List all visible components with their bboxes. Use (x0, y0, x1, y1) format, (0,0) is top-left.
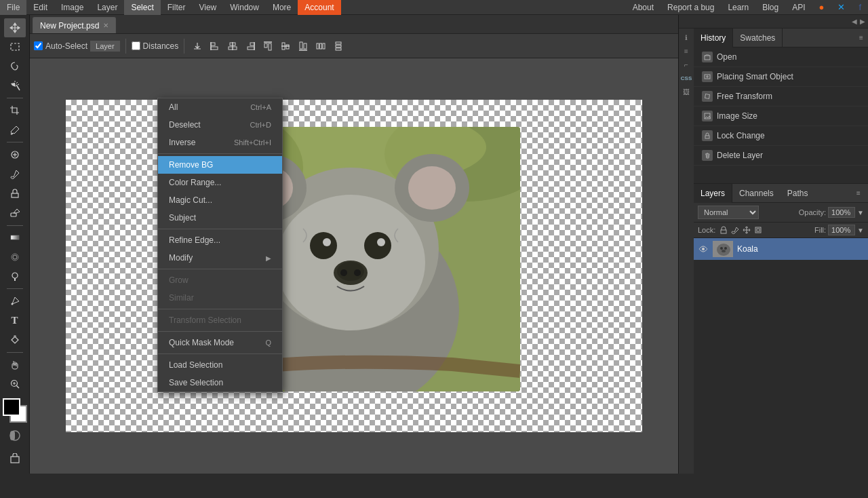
tool-text[interactable]: T (4, 311, 26, 330)
menu-color-range[interactable]: Color Range... (158, 174, 282, 191)
panel-menu-icon[interactable]: ≡ (854, 31, 868, 45)
tool-pen[interactable] (4, 292, 26, 311)
lock-brush-btn[interactable] (730, 225, 740, 235)
distribute-v-btn[interactable] (331, 39, 346, 54)
layer-dropdown[interactable]: Layer (90, 41, 120, 52)
layer-visibility-toggle[interactable] (698, 244, 709, 254)
panel-collapse-right[interactable]: ▶ (860, 18, 865, 25)
tool-crop[interactable] (4, 101, 26, 120)
tool-eraser[interactable] (4, 204, 26, 223)
file-tab-new-project[interactable]: New Project.psd ✕ (33, 17, 116, 33)
tool-extra1[interactable] (4, 448, 26, 470)
tool-eyedropper[interactable] (4, 121, 26, 140)
top-api[interactable]: API (785, 0, 812, 15)
tool-blur[interactable] (4, 248, 26, 267)
menu-image[interactable]: Image (54, 0, 90, 15)
menu-subject[interactable]: Subject (158, 209, 282, 227)
distribute-h-btn[interactable] (313, 39, 328, 54)
lock-artboard-btn[interactable] (753, 225, 763, 235)
align-left-btn[interactable] (208, 39, 222, 54)
menu-magic-cut[interactable]: Magic Cut... (158, 191, 282, 209)
layer-item-koala[interactable]: Koala (694, 238, 868, 260)
history-item-deletelayer[interactable]: Delete Layer (694, 146, 868, 166)
align-center-btn[interactable] (225, 39, 240, 54)
top-blog[interactable]: Blog (755, 0, 785, 15)
tool-path-select[interactable] (4, 330, 26, 349)
panel-css-icon[interactable]: CSS (680, 72, 692, 84)
lock-pixel-btn[interactable] (719, 225, 728, 235)
tool-healing[interactable] (4, 145, 26, 164)
layers-menu-icon[interactable]: ≡ (852, 187, 865, 200)
opacity-value[interactable]: 100% (828, 207, 855, 218)
history-item-imagesize[interactable]: Image Size (694, 107, 868, 126)
top-reddit-icon[interactable]: ● (812, 0, 831, 15)
blend-mode-select[interactable]: Normal Multiply Screen Overlay (698, 206, 759, 219)
layers-tab[interactable]: Layers (694, 184, 732, 203)
menu-select[interactable]: Select (124, 0, 160, 15)
menu-file[interactable]: File (0, 0, 26, 15)
tool-move[interactable] (4, 18, 26, 37)
top-about[interactable]: About (626, 0, 660, 15)
history-item-placing[interactable]: Placing Smart Object (694, 67, 868, 87)
channels-tab[interactable]: Channels (732, 184, 781, 203)
history-item-lockchange[interactable]: Lock Change (694, 126, 868, 146)
fill-dropdown-arrow[interactable]: ▼ (857, 227, 864, 234)
menu-layer[interactable]: Layer (90, 0, 124, 15)
svg-point-60 (310, 232, 337, 259)
menu-modify[interactable]: Modify ▶ (158, 249, 282, 267)
swatches-tab[interactable]: Swatches (733, 28, 783, 47)
foreground-color-swatch[interactable] (3, 398, 20, 416)
history-tab[interactable]: History (694, 28, 733, 47)
menu-view[interactable]: View (192, 0, 223, 15)
quick-mask-btn[interactable] (7, 428, 22, 443)
opacity-dropdown-arrow[interactable]: ▼ (857, 209, 864, 216)
align-middle-btn[interactable] (278, 39, 293, 54)
tool-lasso[interactable] (4, 57, 26, 76)
top-learn[interactable]: Learn (721, 0, 755, 15)
align-top-btn[interactable] (260, 39, 275, 54)
tool-zoom[interactable] (4, 375, 26, 394)
align-bottom-btn[interactable] (296, 39, 311, 54)
history-item-open[interactable]: Open (694, 47, 868, 67)
tool-gradient[interactable] (4, 229, 26, 248)
tool-brush[interactable] (4, 165, 26, 184)
file-tab-close-btn[interactable]: ✕ (103, 22, 108, 29)
tool-magic-wand[interactable] (4, 77, 26, 96)
menu-edit[interactable]: Edit (26, 0, 54, 15)
menu-filter[interactable]: Filter (161, 0, 193, 15)
fill-value[interactable]: 100% (828, 225, 855, 235)
tool-dodge[interactable] (4, 267, 26, 286)
top-facebook-icon[interactable]: f (852, 0, 868, 15)
history-item-transform[interactable]: Free Transform (694, 87, 868, 107)
panel-collapse-left[interactable]: ◀ (852, 18, 857, 25)
menu-more[interactable]: More (266, 0, 298, 15)
auto-select-checkbox[interactable] (34, 41, 43, 50)
top-twitter-icon[interactable]: ✕ (831, 0, 852, 15)
menu-quick-mask-mode[interactable]: Quick Mask Mode Q (158, 334, 282, 351)
paths-tab[interactable]: Paths (781, 184, 815, 203)
panel-image-icon[interactable]: 🖼 (680, 85, 692, 98)
menu-refine-edge[interactable]: Refine Edge... (158, 231, 282, 249)
tool-stamp[interactable] (4, 184, 26, 203)
distances-checkbox[interactable] (132, 41, 140, 50)
menu-select-all[interactable]: All Ctrl+A (158, 98, 282, 116)
panel-layers-icon[interactable]: ≡ (680, 45, 692, 57)
menu-save-selection[interactable]: Save Selection (158, 374, 282, 391)
menu-inverse[interactable]: Inverse Shift+Ctrl+I (158, 134, 282, 151)
tool-rect-select[interactable] (4, 38, 26, 57)
panel-info-icon[interactable]: ℹ (680, 31, 692, 43)
align-right-btn[interactable] (243, 39, 258, 54)
svg-rect-44 (320, 43, 322, 49)
menu-remove-bg[interactable]: Remove BG (158, 156, 282, 174)
tool-hand[interactable] (4, 356, 26, 375)
lock-move-btn[interactable] (742, 225, 751, 235)
panel-brush-icon[interactable]: ⌐ (680, 58, 692, 71)
top-report[interactable]: Report a bug (660, 0, 721, 15)
menu-window[interactable]: Window (223, 0, 266, 15)
color-picker[interactable] (3, 398, 27, 423)
transform-download-btn[interactable] (190, 39, 205, 54)
document-canvas[interactable] (66, 100, 642, 432)
menu-deselect[interactable]: Deselect Ctrl+D (158, 116, 282, 134)
menu-account[interactable]: Account (298, 0, 340, 15)
menu-load-selection[interactable]: Load Selection (158, 356, 282, 374)
